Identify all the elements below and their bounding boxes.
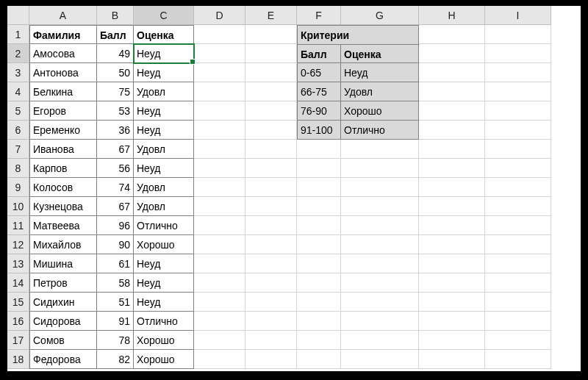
cell-A7[interactable]: Иванова	[29, 140, 97, 159]
column-header-A[interactable]: A	[29, 6, 97, 25]
column-header-G[interactable]: G	[341, 6, 419, 25]
cell-I16[interactable]	[485, 312, 551, 331]
row-header-2[interactable]: 2	[7, 44, 29, 63]
cell-F11[interactable]	[297, 216, 341, 235]
cell-A13[interactable]: Мишина	[29, 254, 97, 273]
cell-G10[interactable]	[341, 197, 419, 216]
cell-A11[interactable]: Матвеева	[29, 216, 97, 235]
cell-I9[interactable]	[485, 178, 551, 197]
cell-A18[interactable]: Федорова	[29, 350, 97, 369]
cell-E3[interactable]	[245, 63, 297, 82]
cell-B16[interactable]: 91	[97, 312, 134, 331]
row-header-3[interactable]: 3	[7, 63, 29, 82]
cell-F12[interactable]	[297, 235, 341, 254]
cell-C8[interactable]: Неуд	[134, 159, 194, 178]
cell-H11[interactable]	[419, 216, 485, 235]
cell-G4[interactable]: Удовл	[341, 82, 419, 101]
cell-I6[interactable]	[485, 121, 551, 140]
row-header-17[interactable]: 17	[7, 331, 29, 350]
cell-I1[interactable]	[485, 25, 551, 44]
column-header-E[interactable]: E	[245, 6, 297, 25]
cell-C11[interactable]: Отлично	[134, 216, 194, 235]
cell-F16[interactable]	[297, 312, 341, 331]
cell-E16[interactable]	[245, 312, 297, 331]
cell-H14[interactable]	[419, 273, 485, 293]
cell-G7[interactable]	[341, 140, 419, 159]
cell-H18[interactable]	[419, 350, 485, 369]
cell-F18[interactable]	[297, 350, 341, 369]
cell-A17[interactable]: Сомов	[29, 331, 97, 350]
cell-C12[interactable]: Хорошо	[134, 235, 194, 254]
row-header-8[interactable]: 8	[7, 159, 29, 178]
cell-C15[interactable]: Неуд	[134, 293, 194, 312]
row-header-13[interactable]: 13	[7, 254, 29, 273]
cell-F13[interactable]	[297, 254, 341, 273]
cell-D1[interactable]	[194, 25, 245, 44]
cell-C4[interactable]: Удовл	[134, 82, 194, 101]
cell-B8[interactable]: 56	[97, 159, 134, 178]
cell-F5[interactable]: 76-90	[297, 101, 341, 121]
row-header-9[interactable]: 9	[7, 178, 29, 197]
cell-B1[interactable]: Балл	[97, 25, 134, 44]
cell-A4[interactable]: Белкина	[29, 82, 97, 101]
row-header-16[interactable]: 16	[7, 312, 29, 331]
cell-B14[interactable]: 58	[97, 273, 134, 293]
cell-E13[interactable]	[245, 254, 297, 273]
cell-G15[interactable]	[341, 293, 419, 312]
cell-C10[interactable]: Удовл	[134, 197, 194, 216]
cell-E10[interactable]	[245, 197, 297, 216]
cell-H16[interactable]	[419, 312, 485, 331]
cell-H2[interactable]	[419, 44, 485, 63]
cell-F7[interactable]	[297, 140, 341, 159]
cell-D17[interactable]	[194, 331, 245, 350]
cell-F6[interactable]: 91-100	[297, 121, 341, 140]
select-all-corner[interactable]	[7, 6, 29, 25]
cell-G14[interactable]	[341, 273, 419, 293]
cell-H5[interactable]	[419, 101, 485, 121]
cell-B11[interactable]: 96	[97, 216, 134, 235]
cell-B3[interactable]: 50	[97, 63, 134, 82]
cell-E2[interactable]	[245, 44, 297, 63]
cell-D15[interactable]	[194, 293, 245, 312]
active-cell[interactable]: Неуд	[134, 44, 194, 63]
column-header-I[interactable]: I	[485, 6, 551, 25]
cell-I2[interactable]	[485, 44, 551, 63]
cell-E18[interactable]	[245, 350, 297, 369]
cell-G11[interactable]	[341, 216, 419, 235]
row-header-14[interactable]: 14	[7, 273, 29, 293]
cell-H17[interactable]	[419, 331, 485, 350]
cell-F9[interactable]	[297, 178, 341, 197]
cell-B4[interactable]: 75	[97, 82, 134, 101]
cell-G3[interactable]: Неуд	[341, 63, 419, 82]
cell-A9[interactable]: Колосов	[29, 178, 97, 197]
column-header-C[interactable]: C	[134, 6, 194, 25]
row-header-1[interactable]: 1	[7, 25, 29, 44]
cell-E14[interactable]	[245, 273, 297, 293]
cell-I11[interactable]	[485, 216, 551, 235]
cell-D7[interactable]	[194, 140, 245, 159]
cell-E11[interactable]	[245, 216, 297, 235]
cell-F2[interactable]: Балл	[297, 44, 341, 63]
cell-B17[interactable]: 78	[97, 331, 134, 350]
cell-B15[interactable]: 51	[97, 293, 134, 312]
cell-E8[interactable]	[245, 159, 297, 178]
cell-G12[interactable]	[341, 235, 419, 254]
cell-A12[interactable]: Михайлов	[29, 235, 97, 254]
cell-C3[interactable]: Неуд	[134, 63, 194, 82]
cell-B12[interactable]: 90	[97, 235, 134, 254]
cell-D13[interactable]	[194, 254, 245, 273]
cell-E7[interactable]	[245, 140, 297, 159]
cell-F10[interactable]	[297, 197, 341, 216]
column-header-F[interactable]: F	[297, 6, 341, 25]
cell-I8[interactable]	[485, 159, 551, 178]
cell-I18[interactable]	[485, 350, 551, 369]
cell-D6[interactable]	[194, 121, 245, 140]
cell-H12[interactable]	[419, 235, 485, 254]
cell-C18[interactable]: Хорошо	[134, 350, 194, 369]
cell-C9[interactable]: Удовл	[134, 178, 194, 197]
row-header-15[interactable]: 15	[7, 293, 29, 312]
cell-B7[interactable]: 67	[97, 140, 134, 159]
cell-I15[interactable]	[485, 293, 551, 312]
cell-B18[interactable]: 82	[97, 350, 134, 369]
cell-H1[interactable]	[419, 25, 485, 44]
